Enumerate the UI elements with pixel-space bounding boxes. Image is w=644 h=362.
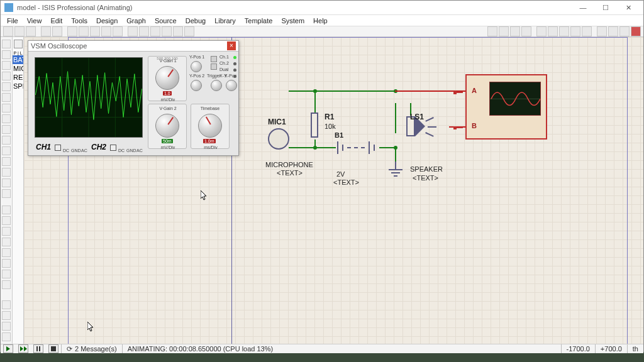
menu-design[interactable]: Design: [96, 15, 118, 26]
tool-line-icon[interactable]: [2, 206, 11, 214]
tool-symbol-icon[interactable]: [2, 270, 11, 278]
tb-generic-12[interactable]: [619, 26, 630, 36]
tool-mirror-h-icon[interactable]: [2, 322, 11, 331]
tb-cut-icon[interactable]: [90, 26, 100, 36]
tool-sub-icon[interactable]: [2, 104, 11, 112]
tb-undo-icon[interactable]: [67, 26, 77, 36]
device-item-bat[interactable]: BAT: [13, 55, 23, 64]
osc-ygain2-knob[interactable]: [155, 114, 179, 138]
tool-select-icon[interactable]: [2, 40, 11, 48]
tool-path-icon[interactable]: [2, 248, 11, 257]
tb-origin-icon[interactable]: [139, 26, 149, 36]
tb-save-icon[interactable]: [26, 26, 36, 36]
tb-copy-icon[interactable]: [101, 26, 111, 36]
device-item-res[interactable]: RES: [13, 73, 23, 82]
osc-switch-ch1[interactable]: [211, 56, 217, 62]
tool-pin-icon[interactable]: [2, 125, 11, 134]
tool-circle-icon[interactable]: [2, 227, 11, 236]
tool-graph-icon[interactable]: [2, 136, 11, 145]
tb-print-icon[interactable]: [41, 26, 51, 36]
tool-terminal-icon[interactable]: [2, 114, 11, 123]
osc-titlebar[interactable]: VSM Oscilloscope ×: [28, 41, 238, 52]
tool-textobj-icon[interactable]: [2, 259, 11, 268]
osc-xpos-knob[interactable]: [226, 80, 237, 91]
tb-generic-11[interactable]: [608, 26, 618, 36]
tool-instr-icon[interactable]: [2, 189, 11, 198]
menu-file[interactable]: File: [7, 15, 18, 26]
osc-timebase-knob[interactable]: [198, 114, 222, 138]
tb-generic-10[interactable]: [597, 26, 607, 36]
component-mic[interactable]: [268, 128, 289, 150]
menu-system[interactable]: System: [281, 15, 304, 26]
tool-text-icon[interactable]: [2, 82, 11, 91]
tool-tape-icon[interactable]: [2, 146, 11, 155]
tb-grid-icon[interactable]: [128, 26, 138, 36]
tb-zoomout-icon[interactable]: [173, 26, 183, 36]
tool-probe-i-icon[interactable]: [2, 178, 11, 187]
tool-rotate-ccw-icon[interactable]: [2, 311, 11, 320]
menu-source[interactable]: Source: [155, 15, 177, 26]
osc-ch1-toggle[interactable]: [55, 145, 61, 151]
menu-debug[interactable]: Debug: [186, 15, 206, 26]
sim-step-button[interactable]: [18, 344, 28, 353]
tool-arc-icon[interactable]: [2, 238, 11, 246]
tb-generic-9[interactable]: [582, 26, 592, 36]
close-button[interactable]: ✕: [617, 1, 640, 14]
osc-ygain1-knob[interactable]: [155, 66, 179, 90]
osc-ypos2-knob[interactable]: [191, 80, 202, 91]
tool-marker-icon[interactable]: [2, 280, 11, 289]
tool-wirelabel-icon[interactable]: [2, 72, 11, 80]
component-r1[interactable]: [311, 112, 318, 138]
tool-component-icon[interactable]: [2, 50, 11, 59]
tb-generic-3[interactable]: [510, 26, 520, 36]
osc-ch2-gnd[interactable]: GND: [126, 148, 136, 153]
osc-ch1-ac[interactable]: AC: [81, 148, 87, 153]
tool-probe-v-icon[interactable]: [2, 168, 11, 177]
osc-trigger-knob[interactable]: [211, 80, 222, 91]
tool-gen-icon[interactable]: [2, 157, 11, 166]
menu-edit[interactable]: Edit: [50, 15, 62, 26]
tb-area-icon[interactable]: [52, 26, 62, 36]
tb-generic-2[interactable]: [499, 26, 509, 36]
tb-paste-icon[interactable]: [113, 26, 123, 36]
sim-pause-button[interactable]: [33, 344, 43, 353]
tb-redo-icon[interactable]: [79, 26, 89, 36]
tool-junction-icon[interactable]: [2, 61, 11, 70]
tb-stop-icon[interactable]: [631, 26, 641, 36]
tb-zoomin-icon[interactable]: [162, 26, 172, 36]
osc-ch1-dc[interactable]: DC: [63, 148, 69, 153]
osc-ypos1-knob[interactable]: [191, 61, 202, 72]
menu-graph[interactable]: Graph: [126, 15, 146, 26]
menu-library[interactable]: Library: [214, 15, 236, 26]
tb-generic-8[interactable]: [570, 26, 580, 36]
maximize-button[interactable]: ☐: [594, 1, 617, 14]
osc-ch2-ac[interactable]: AC: [136, 148, 143, 153]
tool-bus-icon[interactable]: [2, 93, 11, 102]
tb-pan-icon[interactable]: [150, 26, 160, 36]
osc-ch2-dc[interactable]: DC: [118, 148, 125, 153]
tb-zoomall-icon[interactable]: [184, 26, 194, 36]
osc-close-button[interactable]: ×: [227, 41, 236, 50]
menu-template[interactable]: Template: [245, 15, 273, 26]
menu-view[interactable]: View: [27, 15, 42, 26]
osc-ch2-toggle[interactable]: [110, 145, 116, 151]
tool-rotate-cw-icon[interactable]: [2, 300, 11, 309]
osc-ch1-gnd[interactable]: GND: [71, 148, 81, 153]
device-item-mic[interactable]: MIC: [13, 64, 23, 73]
tb-generic-7[interactable]: [559, 26, 569, 36]
menu-tools[interactable]: Tools: [71, 15, 87, 26]
tb-new-icon[interactable]: [3, 26, 13, 36]
tool-box-icon[interactable]: [2, 216, 11, 225]
tb-generic-6[interactable]: [548, 26, 558, 36]
tb-generic-4[interactable]: [521, 26, 531, 36]
menu-help[interactable]: Help: [313, 15, 328, 26]
tb-generic-5[interactable]: [536, 26, 547, 36]
sim-stop-button[interactable]: [48, 344, 58, 353]
sim-play-button[interactable]: [3, 344, 13, 353]
overview-thumb[interactable]: [14, 40, 23, 48]
tb-open-icon[interactable]: [14, 26, 25, 36]
tool-mirror-v-icon[interactable]: [2, 332, 11, 341]
status-messages[interactable]: ⟳ 2 Message(s): [61, 344, 122, 353]
vsm-oscilloscope-window[interactable]: VSM Oscilloscope × CH1 DC GND AC CH2 DC …: [28, 40, 239, 156]
osc-switch-ch2[interactable]: [211, 63, 217, 70]
